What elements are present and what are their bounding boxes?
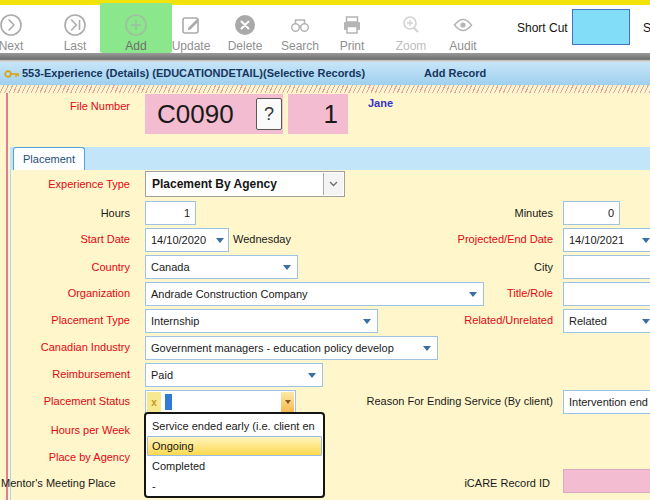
dropdown-arrow-icon[interactable] <box>283 265 291 270</box>
placement-status-label: Placement Status <box>0 395 130 408</box>
update-icon <box>179 13 203 37</box>
chevron-down-icon <box>329 181 338 187</box>
country-value: Canada <box>151 261 190 273</box>
text-cursor <box>165 394 172 410</box>
icare-record-id-input[interactable] <box>563 469 650 493</box>
update-label: Update <box>172 39 211 53</box>
reimbursement-select[interactable]: Paid <box>145 363 323 387</box>
search-button[interactable]: Search <box>272 13 328 53</box>
help-question-glyph: ? <box>264 104 274 125</box>
dropdown-arrow-icon[interactable] <box>423 346 431 351</box>
reimbursement-value: Paid <box>151 369 173 381</box>
search-binoculars-icon <box>288 13 312 37</box>
reason-ending-select[interactable]: Intervention end <box>563 390 650 414</box>
minutes-label: Minutes <box>350 207 553 220</box>
organization-label: Organization <box>0 287 130 300</box>
zoom-button[interactable]: Zoom <box>383 13 439 53</box>
shortcut-input[interactable] <box>572 9 630 45</box>
placement-status-dropdown-list: Service ended early (i.e. client en Ongo… <box>144 412 325 498</box>
hours-input[interactable]: 1 <box>145 201 196 225</box>
record-number-value: 1 <box>324 99 338 130</box>
audit-button[interactable]: Audit <box>435 13 491 53</box>
dropdown-option[interactable]: Completed <box>147 456 322 476</box>
placement-status-combo[interactable]: x <box>145 390 296 414</box>
window-title: 553-Experience (Details) (EDUCATIONDETAI… <box>22 67 365 79</box>
organization-value: Andrade Construction Company <box>151 288 308 300</box>
hatched-divider <box>0 85 650 93</box>
next-icon <box>0 13 23 37</box>
mode-status: Add Record <box>424 67 486 79</box>
dropdown-arrow-icon[interactable] <box>642 319 650 324</box>
reimbursement-label: Reimbursement <box>0 368 130 381</box>
country-select[interactable]: Canada <box>145 255 298 279</box>
file-number-help-button[interactable]: ? <box>256 98 282 130</box>
experience-type-label: Experience Type <box>0 178 130 191</box>
add-button[interactable]: Add <box>108 13 164 53</box>
hours-per-week-label: Hours per Week <box>0 424 130 437</box>
mentors-meeting-place-label: Mentor's Meeting Place <box>1 477 116 490</box>
hours-label: Hours <box>0 207 130 220</box>
clear-x-button[interactable]: x <box>147 392 161 412</box>
projected-end-date-input[interactable]: 14/10/2021 <box>563 228 650 252</box>
canadian-industry-value: Government managers - education policy d… <box>151 342 394 354</box>
update-button[interactable]: Update <box>163 13 219 53</box>
start-date-input[interactable]: 14/10/2020 <box>145 228 229 252</box>
placement-type-value: Internship <box>151 315 199 327</box>
dropdown-arrow-icon <box>285 400 291 404</box>
start-date-weekday: Wednesday <box>233 233 291 246</box>
delete-label: Delete <box>228 39 263 53</box>
placement-status-dropdown-button[interactable] <box>281 392 294 412</box>
title-role-input[interactable] <box>563 282 650 306</box>
calendar-dropdown-icon[interactable] <box>216 238 224 243</box>
experience-type-select[interactable]: Placement By Agency <box>145 171 345 197</box>
print-label: Print <box>340 39 365 53</box>
city-input[interactable] <box>563 255 650 279</box>
search-label: Search <box>281 39 319 53</box>
last-label: Last <box>64 39 87 53</box>
start-date-value: 14/10/2020 <box>151 234 206 246</box>
record-number-box[interactable]: 1 <box>288 94 348 134</box>
file-number-value: C0090 <box>157 99 234 130</box>
projected-end-date-value: 14/10/2021 <box>569 234 624 246</box>
delete-button[interactable]: Delete <box>217 13 273 53</box>
add-icon <box>124 13 148 37</box>
country-label: Country <box>0 261 130 274</box>
projected-end-date-label: Projected/End Date <box>350 233 553 246</box>
related-unrelated-select[interactable]: Related <box>563 309 650 333</box>
dropdown-option-highlighted[interactable]: Ongoing <box>147 436 322 456</box>
last-icon <box>63 13 87 37</box>
dropdown-arrow-icon[interactable] <box>308 373 316 378</box>
audit-label: Audit <box>449 39 476 53</box>
placement-type-select[interactable]: Internship <box>145 309 378 333</box>
tab-placement[interactable]: Placement <box>13 147 85 170</box>
client-name: Jane <box>368 97 393 110</box>
related-unrelated-label: Related/Unrelated <box>350 314 553 327</box>
print-icon <box>340 13 364 37</box>
dropdown-option[interactable]: - <box>147 476 322 496</box>
last-button[interactable]: Last <box>47 13 103 53</box>
tab-strip <box>10 147 650 170</box>
delete-icon <box>233 13 257 37</box>
minutes-value: 0 <box>608 207 614 219</box>
shortcut-label: Short Cut <box>517 21 568 35</box>
toolbar: Next Last Add Update Delete Search Print <box>0 5 650 53</box>
minutes-input[interactable]: 0 <box>563 201 620 225</box>
print-button[interactable]: Print <box>324 13 380 53</box>
app-window: Next Last Add Update Delete Search Print <box>0 0 650 500</box>
experience-type-value: Placement By Agency <box>152 177 277 191</box>
file-number-label: File Number <box>0 100 130 113</box>
next-label: Next <box>0 39 23 53</box>
reason-ending-label: Reason For Ending Service (By client) <box>350 395 553 408</box>
calendar-dropdown-icon[interactable] <box>642 238 650 243</box>
next-button[interactable]: Next <box>0 13 39 53</box>
audit-eye-icon <box>451 13 475 37</box>
title-role-label: Title/Role <box>350 287 553 300</box>
experience-type-dropdown-button[interactable] <box>323 173 343 195</box>
clipped-right-label: S <box>643 21 650 35</box>
canadian-industry-select[interactable]: Government managers - education policy d… <box>145 336 438 360</box>
reason-ending-value: Intervention end <box>569 396 648 408</box>
add-label: Add <box>125 39 146 53</box>
dropdown-option[interactable]: Service ended early (i.e. client en <box>147 416 322 436</box>
form-titlebar: 553-Experience (Details) (EDUCATIONDETAI… <box>0 62 650 85</box>
tab-placement-label: Placement <box>23 153 75 165</box>
